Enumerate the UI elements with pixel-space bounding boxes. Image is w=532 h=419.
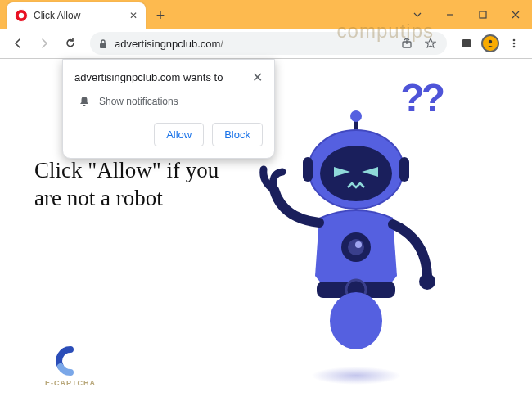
svg-point-9	[513, 46, 516, 48]
svg-point-11	[350, 110, 362, 122]
allow-button[interactable]: Allow	[154, 123, 204, 146]
tab-favicon	[15, 9, 28, 22]
tab-close-button[interactable]: ✕	[129, 10, 138, 21]
permission-domain-text: advertisingnpclub.com wants to	[74, 71, 223, 83]
profile-avatar[interactable]	[481, 34, 499, 52]
browser-tab[interactable]: Click Allow ✕	[7, 2, 146, 29]
captcha-logo-icon	[55, 345, 86, 376]
svg-point-0	[19, 13, 24, 18]
svg-point-7	[513, 39, 516, 42]
permission-request-text: Show notifications	[99, 96, 178, 107]
svg-rect-3	[100, 43, 106, 48]
question-marks: ??	[400, 75, 442, 120]
forward-button[interactable]	[33, 32, 56, 55]
captcha-badge: E-CAPTCHA	[45, 345, 96, 387]
svg-point-18	[348, 239, 364, 255]
captcha-label: E-CAPTCHA	[45, 379, 96, 387]
reload-button[interactable]	[59, 32, 82, 55]
lock-icon	[98, 38, 108, 49]
svg-rect-16	[399, 157, 409, 182]
svg-rect-15	[303, 157, 313, 182]
tab-title: Click Allow	[34, 10, 124, 21]
minimize-button[interactable]	[434, 2, 467, 27]
svg-point-22	[330, 292, 382, 349]
page-headline: Click "Allow" if you are not a robot	[34, 157, 231, 213]
svg-point-8	[513, 43, 516, 45]
extensions-icon[interactable]	[455, 32, 478, 55]
svg-point-19	[355, 241, 362, 248]
new-tab-button[interactable]: +	[149, 4, 172, 27]
block-button[interactable]: Block	[212, 123, 263, 146]
permission-dialog: advertisingnpclub.com wants to ✕ Show no…	[62, 59, 275, 159]
svg-point-23	[419, 273, 435, 290]
bell-icon	[78, 95, 91, 108]
menu-button[interactable]	[503, 32, 525, 55]
watermark-text: computips	[337, 20, 434, 43]
page-content: computips advertisingnpclub.com wants to…	[0, 59, 532, 419]
maximize-button[interactable]	[467, 2, 499, 27]
svg-rect-5	[462, 39, 471, 47]
browser-chrome: Click Allow ✕ + advertisingnpclub.com/	[0, 0, 532, 59]
title-bar: Click Allow ✕ +	[0, 0, 532, 29]
svg-point-14	[320, 146, 392, 201]
toolbar: advertisingnpclub.com/	[0, 29, 532, 58]
url-path: /	[220, 38, 223, 50]
url-host: advertisingnpclub.com	[115, 38, 220, 50]
svg-rect-2	[480, 11, 486, 18]
robot-shadow	[311, 367, 401, 385]
back-button[interactable]	[7, 32, 29, 55]
svg-point-6	[489, 40, 492, 43]
close-window-button[interactable]	[499, 2, 532, 27]
permission-close-button[interactable]: ✕	[252, 71, 263, 84]
